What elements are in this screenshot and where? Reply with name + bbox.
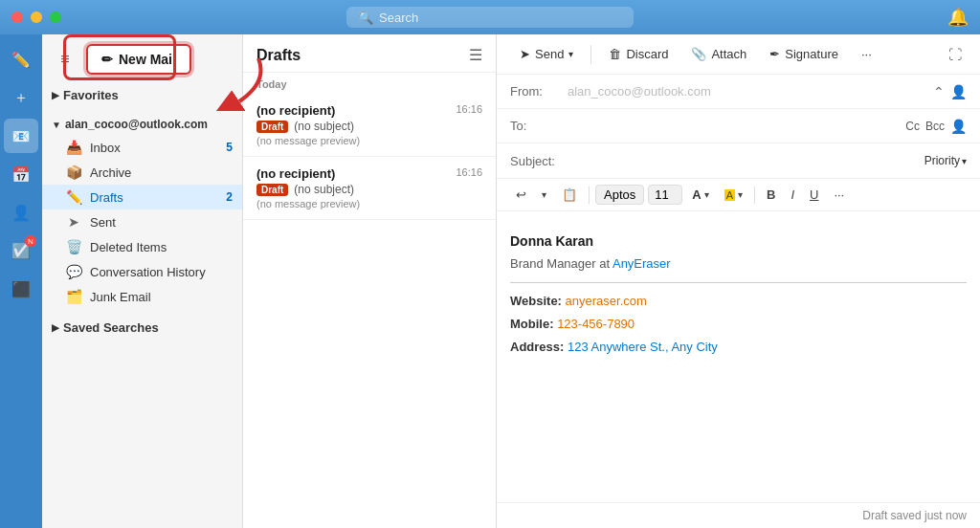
expand-from-icon[interactable]: ⌃ (933, 84, 945, 99)
search-placeholder: Search (379, 11, 418, 25)
mobile-value: 123-456-7890 (557, 317, 635, 331)
send-dropdown-icon[interactable]: ▾ (568, 49, 573, 59)
calendar-icon-btn[interactable]: 📅 (4, 157, 38, 191)
highlight-dropdown[interactable]: ▾ (738, 189, 743, 200)
signature-icon: ✒ (769, 47, 780, 61)
discard-button[interactable]: 🗑 Discard (599, 42, 678, 66)
account-chevron: ▼ (52, 120, 61, 130)
search-bar[interactable]: 🔍 Search (346, 7, 634, 28)
nav-item-archive[interactable]: 📦 Archive (42, 160, 242, 185)
attach-button[interactable]: 📎 Attach (681, 42, 756, 66)
email-list-header: Drafts ☰ (243, 34, 496, 73)
favorites-header[interactable]: ▶ Favorites (42, 84, 242, 106)
nav-item-deleted[interactable]: 🗑️ Deleted Items (42, 234, 242, 259)
font-selector[interactable]: Aptos (595, 185, 644, 205)
sent-label: Sent (90, 215, 116, 230)
email-preview-1: (no message preview) (256, 135, 482, 146)
font-size-selector[interactable]: 11 (648, 185, 682, 205)
saved-searches-header[interactable]: ▶ Saved Searches (42, 317, 242, 339)
hamburger-icon: ≡ (60, 51, 69, 68)
compose-body[interactable]: Donna Karan Brand Manager at AnyEraser W… (497, 211, 980, 502)
hamburger-btn[interactable]: ≡ (52, 46, 78, 73)
notification-icon[interactable]: 🔔 (947, 7, 969, 28)
filter-icon[interactable]: ☰ (469, 46, 482, 64)
nav-item-sent[interactable]: ➤ Sent (42, 209, 242, 234)
cc-btn[interactable]: Cc (905, 120, 920, 133)
to-actions: Cc Bcc 👤 (905, 119, 967, 134)
minimize-dot[interactable] (31, 11, 42, 23)
email-time-1: 16:16 (456, 103, 482, 115)
avatar-icon[interactable]: 👤 (950, 84, 967, 99)
apps-icon-btn[interactable]: ⬛ (4, 272, 38, 306)
email-item-2[interactable]: (no recipient) 16:16 Draft (no subject) … (243, 157, 496, 220)
mail-icon-btn[interactable]: 📧 (4, 119, 38, 153)
email-list-title: Drafts (256, 47, 301, 64)
compose-icon-btn[interactable]: ✏️ (4, 42, 38, 77)
underline-btn[interactable]: U (804, 185, 824, 205)
draft-badge-1: Draft (256, 121, 288, 133)
nav-item-drafts[interactable]: ✏️ Drafts 2 (42, 185, 242, 209)
undo-dropdown-btn[interactable]: ▾ (536, 187, 552, 203)
bold-btn[interactable]: B (761, 185, 781, 205)
draft-status: Draft saved just now (862, 509, 967, 522)
compose-footer: Draft saved just now (497, 502, 980, 528)
saved-searches-section: ▶ Saved Searches (42, 313, 242, 342)
signature-company-link[interactable]: AnyEraser (612, 256, 671, 271)
titlebar: 🔍 Search 🔔 (0, 0, 980, 34)
favorites-label: Favorites (63, 88, 119, 102)
email-subject-2: (no subject) (294, 183, 354, 196)
discard-label: Discard (626, 47, 668, 61)
italic-btn[interactable]: I (785, 185, 800, 205)
new-mail-button[interactable]: ✏ New Mail (86, 44, 191, 75)
to-field[interactable]: To: Cc Bcc 👤 (497, 109, 980, 143)
signature-website-row: Website: anyeraser.com (510, 291, 967, 312)
bcc-btn[interactable]: Bcc (925, 120, 945, 133)
contacts-icon-btn[interactable]: 👤 (4, 195, 38, 230)
compose-toolbar: ➤ Send ▾ 🗑 Discard 📎 Attach ✒ Signature (497, 34, 980, 75)
priority-button[interactable]: Priority ▾ (924, 154, 967, 167)
font-color-btn[interactable]: A ▾ (686, 185, 714, 205)
to-label: To: (510, 119, 568, 133)
conversation-label: Conversation History (90, 265, 206, 279)
signature-button[interactable]: ✒ Signature (760, 42, 848, 66)
nav-item-conversation[interactable]: 💬 Conversation History (42, 259, 242, 284)
deleted-label: Deleted Items (90, 240, 167, 254)
saved-searches-chevron: ▶ (52, 322, 59, 333)
highlight-btn[interactable]: A ▾ (719, 187, 748, 204)
inbox-label: Inbox (90, 141, 121, 155)
toolbar-sep-1 (590, 45, 591, 64)
nav-item-junk[interactable]: 🗂️ Junk Email (42, 284, 242, 309)
email-subject-row-1: Draft (no subject) (256, 120, 482, 133)
account-header[interactable]: ▼ alan_cocoo@outlook.com (42, 114, 242, 135)
inbox-icon: 📥 (65, 140, 82, 155)
more-button[interactable]: ··· (852, 42, 881, 66)
send-button[interactable]: ➤ Send ▾ (510, 42, 583, 66)
from-field: From: alan_cocoo@outlook.com ⌃ 👤 (497, 75, 980, 109)
send-label: Send (535, 47, 564, 61)
nav-item-inbox[interactable]: 📥 Inbox 5 (42, 135, 242, 160)
compose-icon: ✏ (101, 52, 113, 67)
expand-button[interactable]: ⛶ (944, 43, 967, 66)
account-email: alan_cocoo@outlook.com (65, 118, 208, 131)
clipboard-btn[interactable]: 📋 (556, 185, 583, 205)
undo-btn[interactable]: ↩ (510, 185, 532, 205)
add-btn[interactable]: ＋ (4, 80, 38, 115)
fmt-divider-1 (589, 187, 590, 204)
more-format-btn[interactable]: ··· (828, 185, 850, 205)
website-link[interactable]: anyeraser.com (566, 294, 647, 308)
account-section: ▼ alan_cocoo@outlook.com 📥 Inbox 5 📦 Arc… (42, 110, 242, 313)
close-dot[interactable] (11, 11, 23, 23)
todo-icon-btn[interactable]: ☑️ N (4, 233, 38, 268)
maximize-dot[interactable] (50, 11, 61, 23)
new-mail-bar: ≡ ✏ New Mail (42, 34, 242, 80)
mobile-label: Mobile: (510, 317, 554, 331)
contacts-icon[interactable]: 👤 (950, 119, 967, 134)
from-label: From: (510, 84, 568, 99)
subject-field: Subject: Priority ▾ (497, 143, 980, 178)
signature-divider (510, 282, 967, 283)
email-subject-1: (no subject) (294, 120, 354, 133)
from-value[interactable]: alan_cocoo@outlook.com (568, 84, 933, 99)
signature-block: Donna Karan Brand Manager at AnyEraser W… (510, 231, 967, 358)
font-color-dropdown[interactable]: ▾ (704, 189, 709, 200)
email-item-1[interactable]: (no recipient) 16:16 Draft (no subject) … (243, 94, 496, 157)
